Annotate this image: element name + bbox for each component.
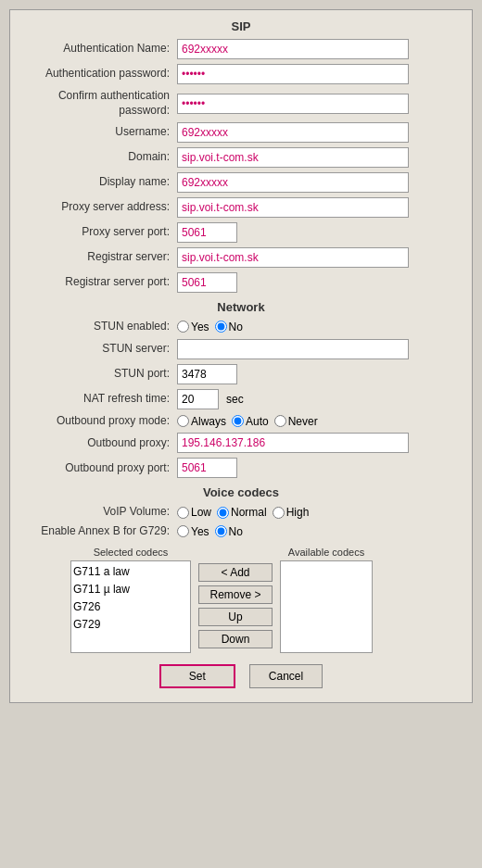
mode-auto-radio[interactable]: Auto [232,415,269,428]
proxy-server-input[interactable] [177,197,409,218]
add-codec-button[interactable]: < Add [198,563,273,582]
codec-item-g729[interactable]: G729 [73,616,188,634]
outbound-proxy-input[interactable] [177,433,409,453]
stun-yes-radio[interactable]: Yes [177,321,209,333]
outbound-port-input[interactable] [177,458,237,478]
codec-item-g711u[interactable]: G711 µ law [73,581,188,598]
cancel-button[interactable]: Cancel [249,664,323,688]
registrar-input[interactable] [177,247,409,268]
proxy-port-input[interactable] [177,222,237,243]
confirm-password-label: Confirm authentication password: [24,89,177,118]
proxy-port-label: Proxy server port: [24,225,177,240]
set-button[interactable]: Set [159,664,235,688]
auth-password-input[interactable] [177,64,409,84]
registrar-port-label: Registrar server port: [24,275,177,290]
codec-item-g726[interactable]: G726 [73,598,188,616]
nat-refresh-unit: sec [226,393,244,406]
sip-title: SIP [24,19,458,33]
nat-refresh-input[interactable] [177,389,219,409]
available-codecs-list[interactable] [280,560,373,653]
display-name-input[interactable] [177,172,409,193]
up-codec-button[interactable]: Up [198,608,273,626]
network-title: Network [24,300,458,314]
stun-port-label: STUN port: [24,367,177,382]
username-input[interactable] [177,122,409,143]
stun-enabled-label: STUN enabled: [24,320,177,334]
selected-codecs-label: Selected codecs [94,547,169,558]
outbound-mode-label: Outbound proxy mode: [24,414,177,429]
proxy-server-label: Proxy server address: [24,200,177,215]
stun-no-radio[interactable]: No [215,321,243,333]
vol-high-radio[interactable]: High [273,506,310,519]
vol-normal-radio[interactable]: Normal [217,506,267,519]
registrar-port-input[interactable] [177,272,237,293]
selected-codecs-list[interactable]: G711 a law G711 µ law G726 G729 [70,560,191,653]
annex-label: Enable Annex B for G729: [24,524,177,539]
registrar-label: Registrar server: [24,250,177,265]
nat-refresh-label: NAT refresh time: [24,392,177,407]
outbound-port-label: Outbound proxy port: [24,461,177,476]
auth-name-label: Authentication Name: [24,42,177,57]
voip-volume-label: VoIP Volume: [24,505,177,520]
vol-low-radio[interactable]: Low [177,506,211,519]
stun-port-input[interactable] [177,364,237,384]
domain-label: Domain: [24,150,177,165]
stun-server-input[interactable] [177,339,409,359]
mode-always-radio[interactable]: Always [177,415,226,428]
codec-item-g711a[interactable]: G711 a law [73,563,188,581]
annex-no-radio[interactable]: No [215,525,243,538]
username-label: Username: [24,125,177,140]
available-codecs-label: Available codecs [288,547,364,558]
voice-title: Voice codecs [24,485,458,499]
outbound-proxy-label: Outbound proxy: [24,436,177,451]
remove-codec-button[interactable]: Remove > [198,585,273,604]
down-codec-button[interactable]: Down [198,630,273,648]
auth-name-input[interactable] [177,39,409,59]
display-name-label: Display name: [24,175,177,190]
auth-password-label: Authentication password: [24,67,177,82]
confirm-password-input[interactable] [177,94,409,114]
domain-input[interactable] [177,147,409,168]
stun-server-label: STUN server: [24,342,177,357]
mode-never-radio[interactable]: Never [274,415,318,428]
annex-yes-radio[interactable]: Yes [177,525,209,538]
